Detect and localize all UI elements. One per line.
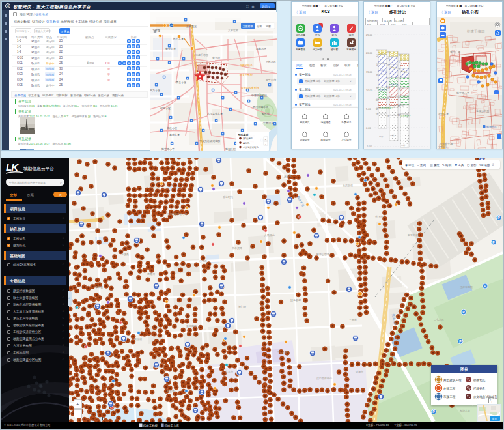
svg-text:10: 10 — [387, 97, 389, 100]
svg-text:14: 14 — [398, 114, 400, 117]
svg-text:12: 12 — [376, 108, 378, 111]
svg-text:粉砂: 粉砂 — [379, 136, 384, 138]
svg-text:5.00: 5.00 — [366, 108, 372, 111]
svg-text:粉质黏土: 粉质黏土 — [379, 89, 388, 91]
svg-text:14: 14 — [376, 113, 378, 116]
svg-text:粉质黏土: 粉质黏土 — [379, 69, 388, 72]
svg-text:钻孔类型: 钻孔类型 — [238, 133, 248, 136]
svg-text:地图: 地图 — [265, 25, 271, 28]
svg-text:取水楼: 取水楼 — [134, 337, 142, 341]
svg-text:惠济路: 惠济路 — [283, 175, 292, 178]
svg-text:台北路: 台北路 — [199, 259, 207, 263]
svg-text:10.00: 10.00 — [366, 89, 373, 92]
svg-text:二七片区: 二七片区 — [434, 318, 444, 321]
svg-text:荣泰小区: 荣泰小区 — [176, 81, 186, 84]
svg-text:-5.00: -5.00 — [366, 145, 372, 148]
svg-text:中山公园: 中山公园 — [277, 351, 288, 354]
svg-text:杂填土: 杂填土 — [401, 70, 408, 73]
svg-text:黄孝河路: 黄孝河路 — [232, 246, 242, 250]
svg-text:江岸车辆段: 江岸车辆段 — [460, 285, 473, 289]
svg-text:中奥万松欧式花园: 中奥万松欧式花园 — [199, 139, 220, 143]
svg-text:共和世家: 共和世家 — [228, 29, 238, 32]
svg-text:统建千缘园: 统建千缘园 — [467, 29, 485, 34]
svg-text:同生正茂: 同生正茂 — [266, 78, 276, 81]
svg-text:中南绿地: 中南绿地 — [263, 121, 273, 124]
svg-text:统建千禧园: 统建千禧园 — [195, 53, 208, 57]
svg-text:0.00: 0.00 — [366, 126, 372, 130]
svg-text:淤泥质粉质黏土: 淤泥质粉质黏土 — [379, 107, 394, 109]
svg-text:青年路: 青年路 — [212, 56, 220, 59]
svg-text:航空路小学: 航空路小学 — [161, 147, 175, 150]
svg-text:淤泥质粉质黏土: 淤泥质粉质黏土 — [389, 104, 404, 107]
svg-text:武汉市德睿达: 武汉市德睿达 — [253, 106, 268, 109]
svg-text:杂填土: 杂填土 — [390, 66, 397, 69]
svg-text:20.00: 20.00 — [366, 51, 373, 55]
svg-text:航侧社区: 航侧社区 — [225, 147, 236, 150]
svg-text:10: 10 — [376, 99, 378, 102]
svg-text:分层: 分层 — [257, 25, 262, 28]
svg-text:人民政苑: 人民政苑 — [264, 233, 275, 236]
svg-text:文化宫: 文化宫 — [438, 145, 447, 149]
svg-text:25.00: 25.00 — [366, 33, 373, 36]
svg-text:鉴别孔: 鉴别孔 — [243, 141, 250, 145]
svg-text:航空路: 航空路 — [167, 390, 175, 393]
svg-text:中国农业银行: 中国农业银行 — [251, 94, 267, 97]
svg-text:邮电小区: 邮电小区 — [160, 107, 171, 110]
svg-text:15.00: 15.00 — [366, 70, 373, 74]
svg-text:华发小区: 华发小区 — [167, 126, 177, 130]
svg-text:和谐大道: 和谐大道 — [460, 409, 470, 412]
svg-text:第1勘察孔: 第1勘察孔 — [243, 137, 253, 140]
svg-text:解放大道: 解放大道 — [408, 233, 418, 236]
svg-text:电力小区: 电力小区 — [150, 89, 160, 92]
svg-text:粉质黏土: 粉质黏土 — [401, 96, 410, 99]
svg-text:万松小区: 万松小区 — [266, 60, 276, 63]
svg-text:航空路小学: 航空路小学 — [456, 91, 469, 94]
svg-text:解放公园路: 解放公园路 — [316, 253, 329, 256]
svg-text:10: 10 — [398, 96, 400, 98]
svg-text:香港时代: 香港时代 — [223, 195, 233, 199]
svg-text:汉口文体中心: 汉口文体中心 — [316, 377, 332, 380]
svg-text:新华家园: 新华家园 — [186, 324, 197, 328]
svg-text:14: 14 — [387, 115, 389, 118]
svg-text:西典小区: 西典小区 — [256, 47, 266, 50]
svg-text:淤泥质黏土: 淤泥质黏土 — [400, 115, 412, 117]
svg-text:阿宝生鲜柜: 阿宝生鲜柜 — [240, 73, 253, 76]
svg-text:绿色新都: 绿色新都 — [290, 298, 301, 302]
svg-text:粉砂: 粉砂 — [390, 134, 395, 137]
svg-text:卫星图层: 卫星图层 — [243, 25, 253, 28]
svg-text:水文地质试验孔: 水文地质试验孔 — [243, 145, 259, 149]
svg-text:银松院: 银松院 — [261, 112, 270, 115]
svg-text:粉质黏土: 粉质黏土 — [390, 83, 399, 86]
svg-text:杂填土: 杂填土 — [379, 53, 385, 55]
svg-text:三眼桥: 三眼桥 — [349, 318, 357, 321]
svg-text:粉砂: 粉砂 — [401, 144, 406, 147]
